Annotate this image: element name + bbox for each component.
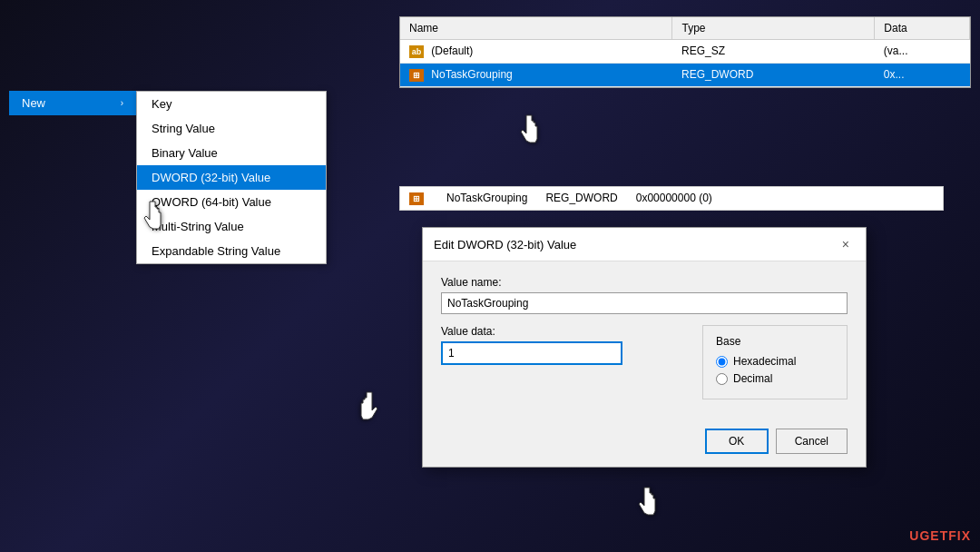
new-button-label: New	[22, 96, 45, 110]
radio-decimal-label: Decimal	[733, 372, 772, 385]
menu-item-binary-value[interactable]: Binary Value	[137, 141, 326, 165]
base-group-title: Base	[716, 335, 834, 348]
registry-table: Name Type Data ab (Default) REG_SZ (va..…	[400, 17, 970, 87]
menu-item-multistring-value[interactable]: Multi-String Value	[137, 214, 326, 239]
table-row-selected[interactable]: ⊞ NoTaskGrouping REG_DWORD 0x...	[400, 63, 970, 86]
row-data-selected: 0x...	[875, 63, 970, 86]
value-name-label: Value name:	[441, 276, 848, 289]
col-type: Type	[672, 17, 875, 40]
ab-icon: ab	[409, 45, 424, 58]
row-data: (va...	[875, 40, 970, 64]
row-name-selected: ⊞ NoTaskGrouping	[400, 63, 672, 86]
edit-dword-dialog: Edit DWORD (32-bit) Value × Value name: …	[422, 227, 867, 468]
row-detail-type: REG_DWORD	[545, 192, 617, 204]
row-detail-icon: ⊞	[409, 192, 428, 205]
radio-hexadecimal[interactable]: Hexadecimal	[716, 355, 834, 368]
watermark-suffix: FIX	[948, 528, 971, 543]
row-name: ab (Default)	[400, 40, 672, 64]
registry-panel: Name Type Data ab (Default) REG_SZ (va..…	[399, 16, 971, 88]
value-data-input[interactable]	[441, 341, 622, 365]
row-type: REG_SZ	[672, 40, 875, 64]
row-detail-name: NoTaskGrouping	[446, 192, 527, 204]
dword-icon-2: ⊞	[409, 192, 424, 205]
col-data: Data	[875, 17, 970, 40]
radio-hexadecimal-label: Hexadecimal	[733, 355, 796, 368]
value-data-row: Value data: Base Hexadecimal Decimal	[441, 325, 848, 399]
value-data-col: Value data:	[441, 325, 684, 365]
watermark-brand: GET	[919, 528, 948, 543]
radio-decimal-input[interactable]	[716, 373, 728, 385]
menu-item-key[interactable]: Key	[137, 92, 326, 116]
dword-icon: ⊞	[409, 69, 424, 82]
dialog-titlebar: Edit DWORD (32-bit) Value ×	[423, 228, 866, 261]
new-button[interactable]: New ›	[9, 91, 136, 115]
dialog-title: Edit DWORD (32-bit) Value	[434, 238, 576, 251]
value-data-label: Value data:	[441, 325, 684, 338]
radio-hexadecimal-input[interactable]	[716, 356, 728, 368]
context-menu: New › Key String Value Binary Value DWOR…	[9, 91, 136, 115]
watermark: UGETFIX	[909, 528, 971, 543]
menu-item-dword-value[interactable]: DWORD (32-bit) Value	[137, 165, 326, 190]
ok-button[interactable]: OK	[705, 429, 769, 454]
menu-item-qword-value[interactable]: QWORD (64-bit) Value	[137, 190, 326, 214]
submenu-arrow: ›	[121, 98, 123, 108]
dialog-body: Value name: Value data: Base Hexadecimal…	[423, 261, 866, 429]
watermark-prefix: U	[909, 528, 919, 543]
value-name-input[interactable]	[441, 292, 848, 314]
submenu: Key String Value Binary Value DWORD (32-…	[136, 91, 327, 264]
row-type-selected: REG_DWORD	[672, 63, 875, 86]
dialog-close-button[interactable]: ×	[837, 235, 855, 253]
base-group: Base Hexadecimal Decimal	[702, 325, 848, 399]
menu-item-string-value[interactable]: String Value	[137, 116, 326, 141]
row-detail-data: 0x00000000 (0)	[636, 192, 712, 204]
registry-row-detail: ⊞ NoTaskGrouping REG_DWORD 0x00000000 (0…	[399, 186, 944, 211]
dialog-footer: OK Cancel	[423, 429, 866, 467]
radio-decimal[interactable]: Decimal	[716, 372, 834, 385]
cancel-button[interactable]: Cancel	[776, 429, 848, 454]
value-name-group: Value name:	[441, 276, 848, 314]
menu-item-expandable-value[interactable]: Expandable String Value	[137, 239, 326, 263]
table-row[interactable]: ab (Default) REG_SZ (va...	[400, 40, 970, 64]
col-name: Name	[400, 17, 672, 40]
